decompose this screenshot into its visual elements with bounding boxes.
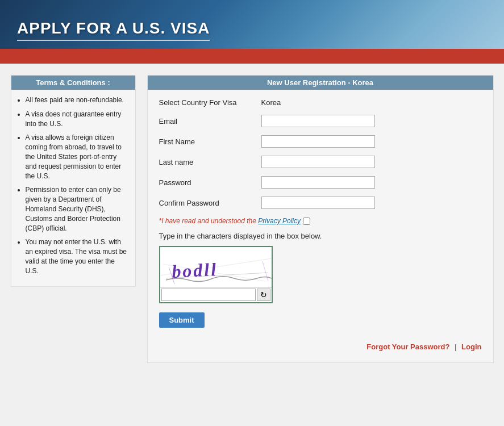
submit-button[interactable]: Submit — [159, 312, 205, 328]
list-item: All fees paid are non-refundable. — [26, 95, 130, 105]
password-row: Password — [159, 176, 482, 189]
confirm-password-row: Confirm Password — [159, 197, 482, 209]
last-name-row: Last name — [159, 156, 482, 168]
captcha-svg: bodll — [160, 247, 272, 287]
privacy-policy-link[interactable]: Privacy Policy — [258, 217, 301, 225]
page-header: APPLY FOR A U.S. VISA — [0, 0, 504, 51]
first-name-input[interactable] — [261, 135, 375, 148]
captcha-container: bodll ↻ — [159, 246, 273, 303]
privacy-text: *I have read and understood the — [159, 217, 259, 225]
password-label: Password — [159, 178, 261, 187]
link-separator: | — [455, 343, 456, 351]
registration-panel: New User Registration - Korea Select Cou… — [147, 75, 494, 363]
login-link[interactable]: Login — [461, 343, 481, 351]
captcha-refresh-button[interactable]: ↻ — [257, 289, 270, 301]
list-item: A visa allows a foreign citizen coming f… — [26, 133, 130, 181]
registration-header: New User Registration - Korea — [148, 76, 493, 90]
forgot-password-link[interactable]: Forgot Your Password? — [366, 343, 449, 351]
registration-body: Select Country For Visa Korea Email Firs… — [148, 90, 493, 362]
captcha-input[interactable] — [161, 289, 256, 301]
terms-body: All fees paid are non-refundable. A visa… — [11, 90, 135, 286]
list-item: Permission to enter can only be given by… — [26, 185, 130, 233]
red-bar — [0, 51, 504, 64]
page-title: APPLY FOR A U.S. VISA — [17, 19, 210, 41]
country-label: Select Country For Visa — [159, 98, 261, 107]
confirm-password-label: Confirm Password — [159, 199, 261, 207]
privacy-checkbox[interactable] — [303, 218, 310, 225]
submit-row: Submit — [159, 312, 482, 337]
country-row: Select Country For Visa Korea — [159, 98, 482, 107]
first-name-label: First Name — [159, 137, 261, 146]
main-content: Terms & Conditions : All fees paid are n… — [2, 64, 502, 374]
captcha-input-row: ↻ — [160, 287, 272, 302]
first-name-row: First Name — [159, 135, 482, 148]
last-name-input[interactable] — [261, 156, 375, 168]
terms-list: All fees paid are non-refundable. A visa… — [23, 95, 130, 276]
list-item: You may not enter the U.S. with an expir… — [26, 237, 130, 275]
bottom-links: Forgot Your Password? | Login — [159, 343, 482, 351]
captcha-image: bodll — [160, 247, 272, 287]
email-input[interactable] — [261, 115, 375, 127]
privacy-row: *I have read and understood the Privacy … — [159, 217, 482, 225]
terms-header: Terms & Conditions : — [11, 76, 135, 90]
svg-text:bodll: bodll — [171, 259, 218, 282]
password-input[interactable] — [261, 176, 375, 189]
email-label: Email — [159, 117, 261, 126]
confirm-password-input[interactable] — [261, 197, 375, 209]
terms-panel: Terms & Conditions : All fees paid are n… — [11, 75, 136, 287]
captcha-instruction: Type in the characters displayed in the … — [159, 232, 482, 240]
country-value: Korea — [261, 98, 281, 107]
list-item: A visa does not guarantee entry into the… — [26, 110, 130, 129]
last-name-label: Last name — [159, 158, 261, 166]
email-row: Email — [159, 115, 482, 127]
